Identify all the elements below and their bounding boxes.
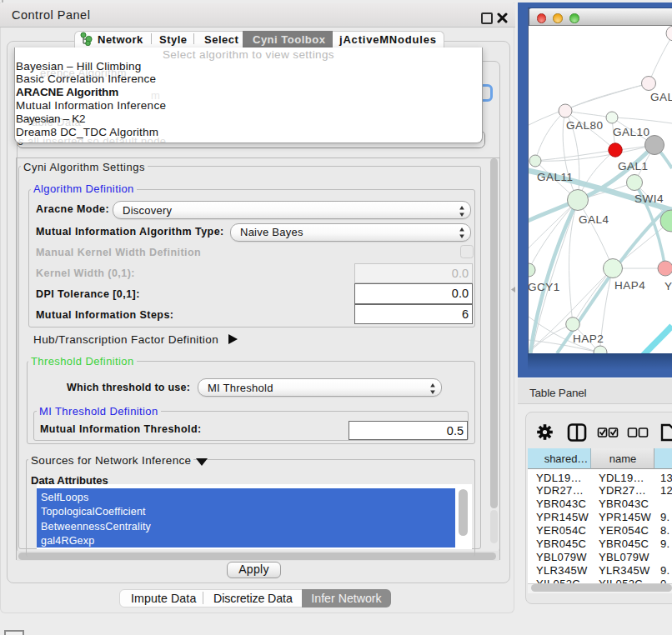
svg-text:HAP4: HAP4	[614, 279, 645, 292]
svg-text:SWI4: SWI4	[634, 192, 664, 205]
svg-text:GAL80: GAL80	[566, 119, 604, 132]
svg-text:Y: Y	[664, 280, 672, 292]
svg-text:GAL: GAL	[650, 91, 672, 103]
svg-text:GAL11: GAL11	[537, 171, 574, 183]
svg-text:GAL1: GAL1	[618, 160, 649, 172]
svg-text:HAP2: HAP2	[573, 332, 604, 345]
svg-text:GAL4: GAL4	[579, 213, 609, 226]
svg-text:GCY1: GCY1	[529, 281, 560, 293]
svg-text:GAL10: GAL10	[613, 126, 650, 138]
